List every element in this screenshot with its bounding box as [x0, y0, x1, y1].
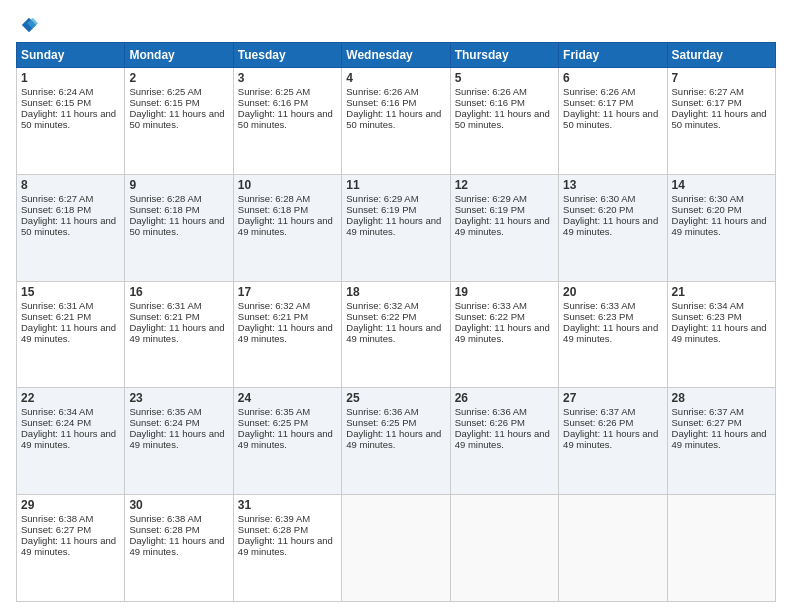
daylight-label: Daylight: 11 hours and 49 minutes. — [455, 322, 550, 344]
calendar-cell: 16 Sunrise: 6:31 AM Sunset: 6:21 PM Dayl… — [125, 281, 233, 388]
day-number: 22 — [21, 391, 120, 405]
day-number: 9 — [129, 178, 228, 192]
header — [16, 16, 776, 34]
day-number: 24 — [238, 391, 337, 405]
day-number: 31 — [238, 498, 337, 512]
day-number: 1 — [21, 71, 120, 85]
day-number: 12 — [455, 178, 554, 192]
day-number: 15 — [21, 285, 120, 299]
calendar-cell: 8 Sunrise: 6:27 AM Sunset: 6:18 PM Dayli… — [17, 174, 125, 281]
sunrise-label: Sunrise: 6:27 AM — [672, 86, 744, 97]
daylight-label: Daylight: 11 hours and 49 minutes. — [21, 535, 116, 557]
day-number: 18 — [346, 285, 445, 299]
day-number: 17 — [238, 285, 337, 299]
sunrise-label: Sunrise: 6:33 AM — [563, 300, 635, 311]
calendar-cell: 29 Sunrise: 6:38 AM Sunset: 6:27 PM Dayl… — [17, 495, 125, 602]
sunrise-label: Sunrise: 6:32 AM — [238, 300, 310, 311]
daylight-label: Daylight: 11 hours and 50 minutes. — [672, 108, 767, 130]
sunrise-label: Sunrise: 6:25 AM — [129, 86, 201, 97]
daylight-label: Daylight: 11 hours and 49 minutes. — [129, 535, 224, 557]
sunrise-label: Sunrise: 6:29 AM — [455, 193, 527, 204]
sunset-label: Sunset: 6:20 PM — [672, 204, 742, 215]
sunrise-label: Sunrise: 6:30 AM — [672, 193, 744, 204]
sunset-label: Sunset: 6:22 PM — [346, 311, 416, 322]
calendar-cell: 30 Sunrise: 6:38 AM Sunset: 6:28 PM Dayl… — [125, 495, 233, 602]
day-number: 8 — [21, 178, 120, 192]
daylight-label: Daylight: 11 hours and 50 minutes. — [346, 108, 441, 130]
daylight-label: Daylight: 11 hours and 49 minutes. — [563, 428, 658, 450]
calendar-week-row: 1 Sunrise: 6:24 AM Sunset: 6:15 PM Dayli… — [17, 68, 776, 175]
sunset-label: Sunset: 6:25 PM — [346, 417, 416, 428]
day-number: 23 — [129, 391, 228, 405]
daylight-label: Daylight: 11 hours and 49 minutes. — [21, 428, 116, 450]
sunrise-label: Sunrise: 6:38 AM — [129, 513, 201, 524]
daylight-label: Daylight: 11 hours and 49 minutes. — [129, 428, 224, 450]
calendar-cell: 3 Sunrise: 6:25 AM Sunset: 6:16 PM Dayli… — [233, 68, 341, 175]
daylight-label: Daylight: 11 hours and 50 minutes. — [21, 215, 116, 237]
sunrise-label: Sunrise: 6:33 AM — [455, 300, 527, 311]
page: SundayMondayTuesdayWednesdayThursdayFrid… — [0, 0, 792, 612]
sunset-label: Sunset: 6:21 PM — [21, 311, 91, 322]
day-number: 26 — [455, 391, 554, 405]
calendar-cell: 25 Sunrise: 6:36 AM Sunset: 6:25 PM Dayl… — [342, 388, 450, 495]
sunrise-label: Sunrise: 6:39 AM — [238, 513, 310, 524]
calendar-week-row: 15 Sunrise: 6:31 AM Sunset: 6:21 PM Dayl… — [17, 281, 776, 388]
calendar-cell: 27 Sunrise: 6:37 AM Sunset: 6:26 PM Dayl… — [559, 388, 667, 495]
day-number: 11 — [346, 178, 445, 192]
sunrise-label: Sunrise: 6:25 AM — [238, 86, 310, 97]
day-number: 25 — [346, 391, 445, 405]
sunrise-label: Sunrise: 6:28 AM — [238, 193, 310, 204]
daylight-label: Daylight: 11 hours and 50 minutes. — [129, 108, 224, 130]
sunrise-label: Sunrise: 6:36 AM — [346, 406, 418, 417]
sunrise-label: Sunrise: 6:34 AM — [21, 406, 93, 417]
sunset-label: Sunset: 6:28 PM — [129, 524, 199, 535]
sunset-label: Sunset: 6:18 PM — [21, 204, 91, 215]
sunset-label: Sunset: 6:18 PM — [129, 204, 199, 215]
sunset-label: Sunset: 6:15 PM — [21, 97, 91, 108]
day-number: 7 — [672, 71, 771, 85]
calendar-cell: 31 Sunrise: 6:39 AM Sunset: 6:28 PM Dayl… — [233, 495, 341, 602]
sunset-label: Sunset: 6:27 PM — [21, 524, 91, 535]
calendar-day-header: Wednesday — [342, 43, 450, 68]
sunrise-label: Sunrise: 6:26 AM — [455, 86, 527, 97]
sunrise-label: Sunrise: 6:26 AM — [346, 86, 418, 97]
daylight-label: Daylight: 11 hours and 50 minutes. — [129, 215, 224, 237]
sunrise-label: Sunrise: 6:28 AM — [129, 193, 201, 204]
calendar-cell: 22 Sunrise: 6:34 AM Sunset: 6:24 PM Dayl… — [17, 388, 125, 495]
logo-icon — [20, 16, 38, 34]
calendar-day-header: Monday — [125, 43, 233, 68]
calendar-cell: 11 Sunrise: 6:29 AM Sunset: 6:19 PM Dayl… — [342, 174, 450, 281]
daylight-label: Daylight: 11 hours and 50 minutes. — [21, 108, 116, 130]
calendar-cell: 18 Sunrise: 6:32 AM Sunset: 6:22 PM Dayl… — [342, 281, 450, 388]
day-number: 14 — [672, 178, 771, 192]
sunset-label: Sunset: 6:19 PM — [455, 204, 525, 215]
calendar-cell: 12 Sunrise: 6:29 AM Sunset: 6:19 PM Dayl… — [450, 174, 558, 281]
calendar-cell: 19 Sunrise: 6:33 AM Sunset: 6:22 PM Dayl… — [450, 281, 558, 388]
calendar-cell: 1 Sunrise: 6:24 AM Sunset: 6:15 PM Dayli… — [17, 68, 125, 175]
day-number: 5 — [455, 71, 554, 85]
daylight-label: Daylight: 11 hours and 49 minutes. — [563, 215, 658, 237]
sunset-label: Sunset: 6:17 PM — [672, 97, 742, 108]
sunrise-label: Sunrise: 6:38 AM — [21, 513, 93, 524]
calendar-day-header: Sunday — [17, 43, 125, 68]
calendar-cell: 2 Sunrise: 6:25 AM Sunset: 6:15 PM Dayli… — [125, 68, 233, 175]
sunset-label: Sunset: 6:17 PM — [563, 97, 633, 108]
sunset-label: Sunset: 6:18 PM — [238, 204, 308, 215]
calendar-cell: 26 Sunrise: 6:36 AM Sunset: 6:26 PM Dayl… — [450, 388, 558, 495]
day-number: 27 — [563, 391, 662, 405]
sunrise-label: Sunrise: 6:36 AM — [455, 406, 527, 417]
calendar-cell: 7 Sunrise: 6:27 AM Sunset: 6:17 PM Dayli… — [667, 68, 775, 175]
calendar-cell — [667, 495, 775, 602]
daylight-label: Daylight: 11 hours and 49 minutes. — [563, 322, 658, 344]
calendar-cell — [559, 495, 667, 602]
sunset-label: Sunset: 6:20 PM — [563, 204, 633, 215]
day-number: 21 — [672, 285, 771, 299]
daylight-label: Daylight: 11 hours and 49 minutes. — [129, 322, 224, 344]
sunset-label: Sunset: 6:24 PM — [21, 417, 91, 428]
sunset-label: Sunset: 6:15 PM — [129, 97, 199, 108]
calendar-day-header: Tuesday — [233, 43, 341, 68]
sunset-label: Sunset: 6:21 PM — [238, 311, 308, 322]
day-number: 20 — [563, 285, 662, 299]
sunrise-label: Sunrise: 6:29 AM — [346, 193, 418, 204]
sunset-label: Sunset: 6:16 PM — [346, 97, 416, 108]
